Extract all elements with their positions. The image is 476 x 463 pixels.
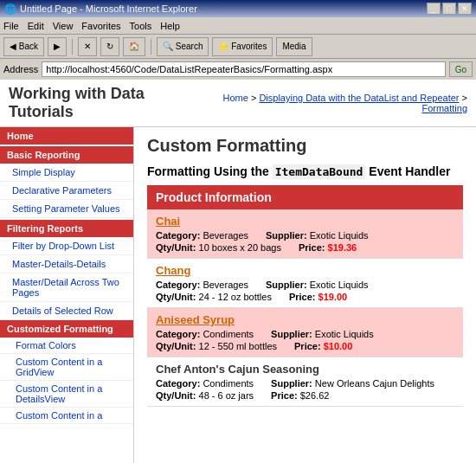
qty-label: Qty/Unit:	[156, 292, 196, 302]
product-row: Chang Category: Beverages Supplier: Exot…	[147, 259, 463, 308]
menu-view[interactable]: View	[53, 21, 74, 31]
product-table: Product Information Chai Category: Bever…	[147, 185, 463, 407]
product-details2: Qty/Unit: 48 - 6 oz jars Price: $26.62	[156, 390, 454, 401]
qty-label: Qty/Unit:	[156, 390, 196, 401]
title-left: 🌐 Untitled Page - Microsoft Internet Exp…	[4, 3, 197, 15]
price-value: $10.00	[324, 341, 353, 351]
stop-button[interactable]: ✕	[78, 37, 97, 56]
supplier-value: Exotic Liquids	[310, 280, 369, 290]
address-bar: Address Go	[0, 59, 476, 80]
toolbar-separator-1	[72, 39, 73, 55]
menu-bar: File Edit View Favorites Tools Help	[0, 17, 476, 35]
home-button[interactable]: 🏠	[123, 37, 145, 56]
sidebar-item-master-details[interactable]: Master-Details-Details	[0, 255, 133, 273]
product-details2: Qty/Unit: 24 - 12 oz bottles Price: $19.…	[156, 292, 454, 302]
qty-label: Qty/Unit:	[156, 341, 196, 351]
product-name[interactable]: Chai	[156, 215, 454, 228]
maximize-button[interactable]: □	[442, 3, 456, 15]
sidebar-section-filtering-reports: Filtering Reports	[0, 220, 133, 237]
supplier-value: New Orleans Cajun Delights	[315, 378, 434, 389]
qty-value: 24 - 12 oz bottles	[199, 292, 272, 302]
breadcrumb-sep2: >	[460, 93, 467, 103]
supplier-label: Supplier:	[266, 280, 307, 290]
browser-content: Working with Data Tutorials Home > Displ…	[0, 80, 476, 463]
qty-value: 48 - 6 oz jars	[199, 390, 254, 401]
category-value: Beverages	[203, 280, 248, 290]
product-details2: Qty/Unit: 10 boxes x 20 bags Price: $19.…	[156, 242, 454, 253]
price-label: Price:	[294, 341, 321, 351]
sidebar-item-setting-parameter-values[interactable]: Setting Parameter Values	[0, 200, 133, 218]
supplier-value: Exotic Liquids	[315, 329, 374, 339]
sidebar-item-gridview[interactable]: Custom Content in a GridView	[0, 354, 133, 381]
sidebar-item-custom-content[interactable]: Custom Content in a	[0, 408, 133, 424]
back-button[interactable]: ◀ Back	[3, 37, 44, 56]
menu-tools[interactable]: Tools	[130, 21, 152, 31]
supplier-label: Supplier:	[271, 378, 312, 389]
sidebar-item-selected-row[interactable]: Details of Selected Row	[0, 302, 133, 320]
category-value: Beverages	[203, 230, 248, 241]
product-name[interactable]: Chef Anton's Cajun Seasoning	[156, 363, 454, 376]
search-button[interactable]: 🔍 Search	[157, 37, 209, 56]
breadcrumb: Home > Displaying Data with the DataList…	[197, 93, 467, 113]
window-controls[interactable]: _ □ ✕	[427, 3, 472, 15]
menu-file[interactable]: File	[3, 21, 19, 31]
qty-label: Qty/Unit:	[156, 242, 196, 253]
minimize-button[interactable]: _	[427, 3, 441, 15]
media-button[interactable]: Media	[276, 37, 312, 56]
section-title2: Event Handler	[369, 164, 450, 178]
sidebar-home[interactable]: Home	[0, 127, 133, 145]
window-title: Untitled Page - Microsoft Internet Explo…	[20, 3, 197, 14]
address-label: Address	[3, 64, 38, 74]
product-details: Category: Condiments Supplier: New Orlea…	[156, 378, 454, 389]
site-title: Working with Data Tutorials	[9, 85, 197, 121]
product-details: Category: Beverages Supplier: Exotic Liq…	[156, 230, 454, 241]
category-label: Category:	[156, 329, 200, 339]
supplier-label: Supplier:	[266, 230, 307, 241]
refresh-button[interactable]: ↻	[100, 37, 119, 56]
category-label: Category:	[156, 280, 200, 290]
main-content: Custom Formatting Formatting Using the I…	[134, 127, 476, 463]
category-value: Condiments	[203, 378, 254, 389]
section-title-text: Formatting Using the	[147, 164, 269, 178]
sidebar-item-filter-dropdown[interactable]: Filter by Drop-Down List	[0, 237, 133, 255]
sidebar-item-customized-formatting[interactable]: Customized Formatting	[0, 320, 133, 338]
product-row: Chef Anton's Cajun Seasoning Category: C…	[147, 357, 463, 407]
category-label: Category:	[156, 230, 200, 241]
ie-icon: 🌐	[4, 3, 16, 15]
favorites-button[interactable]: ⭐ Favorites	[212, 37, 273, 56]
main-layout: Home Basic Reporting Simple Display Decl…	[0, 127, 476, 463]
sidebar-item-simple-display[interactable]: Simple Display	[0, 164, 133, 182]
product-details2: Qty/Unit: 12 - 550 ml bottles Price: $10…	[156, 341, 454, 351]
product-row: Chai Category: Beverages Supplier: Exoti…	[147, 209, 463, 259]
page-header: Working with Data Tutorials Home > Displ…	[0, 80, 476, 127]
product-name[interactable]: Chang	[156, 264, 454, 277]
event-name: ItemDataBound	[273, 164, 366, 179]
price-label: Price:	[299, 242, 325, 253]
go-button[interactable]: Go	[449, 61, 473, 77]
breadcrumb-home[interactable]: Home	[222, 93, 248, 103]
section-heading: Formatting Using the ItemDataBound Event…	[147, 164, 463, 178]
breadcrumb-current: Formatting	[421, 103, 467, 113]
forward-button[interactable]: ▶	[48, 37, 67, 56]
price-value: $19.00	[318, 292, 348, 302]
menu-edit[interactable]: Edit	[28, 21, 44, 31]
sidebar: Home Basic Reporting Simple Display Decl…	[0, 127, 134, 463]
qty-value: 10 boxes x 20 bags	[199, 242, 281, 253]
sidebar-item-master-detail-pages[interactable]: Master/Detail Across Two Pages	[0, 273, 133, 302]
price-label: Price:	[271, 390, 298, 401]
close-button[interactable]: ✕	[458, 3, 472, 15]
qty-value: 12 - 550 ml bottles	[199, 341, 278, 351]
menu-help[interactable]: Help	[160, 21, 180, 31]
product-name[interactable]: Aniseed Syrup	[156, 313, 454, 326]
sidebar-item-detailsview[interactable]: Custom Content in a DetailsView	[0, 381, 133, 408]
sidebar-item-declarative-parameters[interactable]: Declarative Parameters	[0, 182, 133, 200]
breadcrumb-link[interactable]: Displaying Data with the DataList and Re…	[259, 93, 459, 103]
toolbar-separator-2	[151, 39, 151, 55]
category-label: Category:	[156, 378, 200, 389]
title-bar: 🌐 Untitled Page - Microsoft Internet Exp…	[0, 0, 476, 17]
address-input[interactable]	[42, 61, 445, 77]
sidebar-item-format-colors[interactable]: Format Colors	[0, 338, 133, 354]
menu-favorites[interactable]: Favorites	[81, 21, 120, 31]
breadcrumb-sep1: >	[248, 93, 260, 103]
product-details: Category: Condiments Supplier: Exotic Li…	[156, 329, 454, 339]
